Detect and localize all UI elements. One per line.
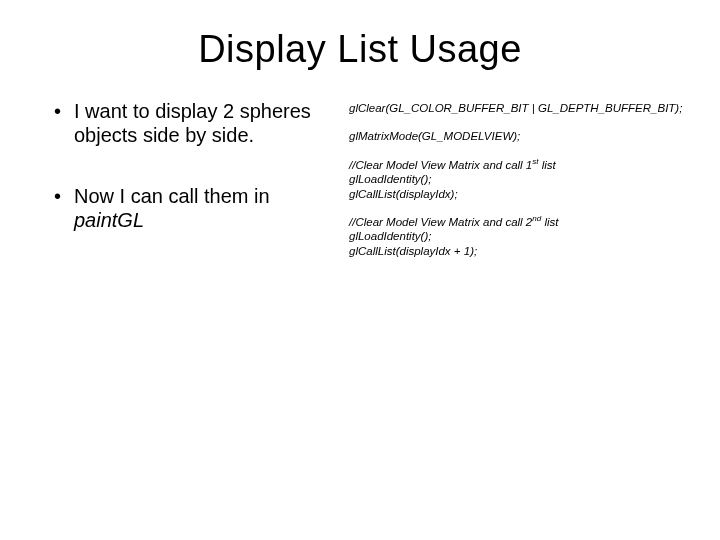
slide-title: Display List Usage — [0, 28, 720, 71]
code-comment-line: //Clear Model View Matrix and call 2nd l… — [349, 215, 686, 229]
code-text: //Clear Model View Matrix and call 2 — [349, 216, 532, 228]
bullet-list: I want to display 2 spheres objects side… — [54, 99, 319, 233]
bullet-item-1: I want to display 2 spheres objects side… — [54, 99, 319, 148]
code-block-3: //Clear Model View Matrix and call 1st l… — [349, 158, 686, 201]
code-block-2: glMatrixMode(GL_MODELVIEW); — [349, 129, 686, 143]
code-block-1: glClear(GL_COLOR_BUFFER_BIT | GL_DEPTH_B… — [349, 101, 686, 115]
code-line: glMatrixMode(GL_MODELVIEW); — [349, 129, 686, 143]
code-line: glCallList(displayIdx + 1); — [349, 244, 686, 258]
code-text: //Clear Model View Matrix and call 1 — [349, 159, 532, 171]
code-text: list — [541, 216, 558, 228]
code-comment-line: //Clear Model View Matrix and call 1st l… — [349, 158, 686, 172]
bullet-text-2a: Now I can call them in — [74, 185, 270, 207]
ordinal-suffix: nd — [532, 214, 541, 223]
bullet-text-1: I want to display 2 spheres objects side… — [74, 100, 311, 146]
left-column: I want to display 2 spheres objects side… — [54, 99, 319, 272]
code-block-4: //Clear Model View Matrix and call 2nd l… — [349, 215, 686, 258]
bullet-text-2b: paintGL — [74, 209, 144, 231]
code-text: list — [539, 159, 556, 171]
slide: Display List Usage I want to display 2 s… — [0, 28, 720, 540]
code-line: glLoadIdentity(); — [349, 172, 686, 186]
right-column-code: glClear(GL_COLOR_BUFFER_BIT | GL_DEPTH_B… — [349, 99, 686, 272]
code-line: glLoadIdentity(); — [349, 229, 686, 243]
code-line: glClear(GL_COLOR_BUFFER_BIT | GL_DEPTH_B… — [349, 101, 686, 115]
slide-body: I want to display 2 spheres objects side… — [0, 99, 720, 272]
bullet-item-2: Now I can call them in paintGL — [54, 184, 319, 233]
code-line: glCallList(displayIdx); — [349, 187, 686, 201]
